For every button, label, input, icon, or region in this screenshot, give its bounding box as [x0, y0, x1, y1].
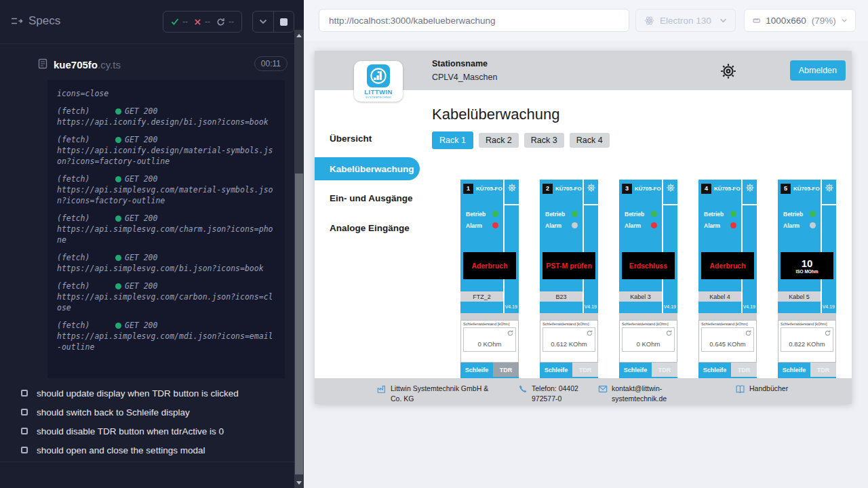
manuals-link[interactable]: Handbücher	[735, 384, 788, 394]
log-url-tail[interactable]: icons=close	[57, 88, 275, 99]
stat-pending[interactable]: --	[216, 17, 234, 26]
tab-rack-2[interactable]: Rack 2	[479, 133, 519, 148]
led-betrieb: Betrieb	[545, 208, 578, 220]
log-entry[interactable]: (fetch)GET 200 https://api.simplesvg.com…	[57, 281, 275, 313]
tdr-button[interactable]: TDR	[652, 363, 677, 377]
refresh-icon[interactable]	[665, 329, 673, 337]
refresh-icon[interactable]	[824, 329, 831, 337]
device-gear-icon[interactable]	[666, 183, 675, 192]
device-model: KÜ705-FO	[476, 186, 502, 192]
scroll-up-arrow-icon[interactable]	[294, 31, 304, 39]
meter-panel: Schleifenwiderstand [kOhm] 0 KOhm	[619, 320, 677, 363]
stat-failed[interactable]: --	[194, 17, 210, 26]
request-url: https://api.iconify.design/material-symb…	[57, 145, 275, 167]
led-betrieb: Betrieb	[466, 208, 498, 220]
status-dot	[115, 108, 121, 115]
nav-item-ein-und-ausgaenge[interactable]: Ein- und Ausgänge	[330, 193, 413, 203]
test-item[interactable]: should update display when TDR button is…	[0, 384, 294, 403]
status-dot	[115, 283, 121, 289]
fetch-label: (fetch)	[57, 134, 106, 145]
status-dot	[115, 255, 121, 261]
refresh-icon[interactable]	[586, 329, 593, 337]
firmware-version: V4.19	[505, 304, 517, 309]
spec-file-row[interactable]: kue705fo.cy.ts 00:11	[0, 53, 294, 77]
collapse-button[interactable]	[253, 12, 273, 32]
request-status: GET 200	[125, 134, 157, 145]
led-alarm: Alarm	[783, 220, 816, 231]
stop-button[interactable]	[273, 12, 294, 32]
log-entry[interactable]: (fetch)GET 200 https://api.simplesvg.com…	[57, 213, 275, 245]
test-title: should open and close the settings modal	[37, 445, 205, 455]
reporter-scrollbar[interactable]	[294, 30, 304, 488]
log-entry[interactable]: (fetch)GET 200 https://api.simplesvg.com…	[57, 174, 275, 206]
nav-item-uebersicht[interactable]: Übersicht	[330, 134, 372, 144]
device-card-4: 4KÜ705-FO Betrieb Alarm Aderbruch Kabel …	[698, 180, 757, 383]
device-card-2: 2KÜ705-FO Betrieb Alarm PST-M prüfen B23…	[540, 180, 598, 383]
run-controls	[252, 11, 294, 33]
status-dot	[115, 323, 121, 329]
device-gear-icon[interactable]	[587, 183, 596, 192]
log-entry[interactable]: (fetch)GET 200 https://api.simplesvg.com…	[57, 252, 275, 274]
betrieb-led	[572, 211, 578, 217]
alarm-led	[492, 222, 498, 228]
schleife-button[interactable]: Schleife	[698, 363, 731, 377]
nav-item-kabelueberwachung[interactable]: Kabelüberwachung	[315, 157, 420, 180]
test-item[interactable]: should disable TDR button when tdrActive…	[0, 422, 294, 441]
specs-menu-icon[interactable]	[11, 16, 23, 26]
url-input[interactable]	[319, 9, 629, 32]
device-model: KÜ705-FO	[714, 186, 741, 192]
led-panel: Betrieb Alarm	[466, 208, 498, 231]
device-gear-icon[interactable]	[825, 183, 834, 192]
refresh-icon[interactable]	[745, 329, 752, 337]
tab-rack-3[interactable]: Rack 3	[524, 133, 564, 148]
log-entry[interactable]: (fetch)GET 200 https://api.iconify.desig…	[57, 134, 275, 167]
tab-rack-1[interactable]: Rack 1	[432, 131, 473, 149]
refresh-icon[interactable]	[507, 329, 514, 337]
request-status: GET 200	[125, 106, 157, 117]
schleife-button[interactable]: Schleife	[460, 363, 493, 377]
schleife-button[interactable]: Schleife	[778, 363, 810, 377]
log-entry[interactable]: (fetch)GET 200 https://api.simplesvg.com…	[57, 320, 275, 352]
divider	[821, 180, 822, 313]
nav-item-analoge-eingaenge[interactable]: Analoge Eingänge	[330, 223, 410, 233]
footer-email[interactable]: kontakt@littwin-systemtechnik.de	[598, 384, 674, 404]
request-url: https://api.simplesvg.com/material-symbo…	[57, 184, 275, 206]
runner-chrome-bar: Electron 130 1000x660 (79%)	[304, 0, 868, 41]
meter-display: 0 KOhm	[463, 327, 516, 352]
tdr-button[interactable]: TDR	[810, 363, 836, 377]
device-gear-icon[interactable]	[745, 183, 755, 192]
aut-frame: Abmelden LITTWIN SYSTEMTECHNIK Stationsn…	[315, 51, 852, 404]
meter-panel: Schleifenwiderstand [kOhm] 0.612 KOhm	[540, 320, 598, 363]
schleife-button[interactable]: Schleife	[619, 363, 652, 377]
status-banner: Erdschluss	[622, 252, 675, 279]
tdr-button[interactable]: TDR	[572, 363, 598, 377]
status-dot	[115, 216, 121, 222]
meter-panel: Schleifenwiderstand [kOhm] 0.822 KOhm	[778, 320, 836, 363]
meter-value: 0 KOhm	[623, 340, 674, 348]
company-name: Littwin Systemtechnik GmbH & Co. KG	[391, 384, 494, 404]
test-item[interactable]: should open and close the settings modal	[0, 441, 294, 460]
viewport-select[interactable]: 1000x660 (79%)	[744, 9, 856, 32]
scrollbar-thumb[interactable]	[295, 174, 303, 474]
betrieb-led	[492, 211, 498, 217]
failed-count: --	[205, 17, 210, 26]
fetch-label: (fetch)	[57, 174, 106, 184]
scroll-down-arrow-icon[interactable]	[294, 479, 304, 487]
tdr-button[interactable]: TDR	[493, 363, 519, 377]
cable-label: Kabel 3	[619, 291, 662, 302]
divider	[540, 313, 598, 320]
browser-select[interactable]: Electron 130	[635, 9, 736, 32]
log-entry[interactable]: (fetch)GET 200 https://api.iconify.desig…	[57, 106, 275, 127]
email-address: kontakt@littwin-systemtechnik.de	[612, 384, 674, 404]
tdr-button[interactable]: TDR	[731, 363, 757, 377]
divider	[505, 204, 519, 205]
divider	[619, 313, 677, 320]
device-gear-icon[interactable]	[507, 183, 517, 192]
settings-gear-icon[interactable]	[719, 62, 737, 80]
stat-passed[interactable]: --	[171, 17, 188, 26]
meter-value: 0.822 KOhm	[781, 340, 833, 348]
tab-rack-4[interactable]: Rack 4	[570, 133, 610, 148]
test-item[interactable]: should switch back to Schleife display	[0, 403, 294, 422]
schleife-button[interactable]: Schleife	[540, 363, 572, 377]
logout-button[interactable]: Abmelden	[790, 60, 846, 81]
